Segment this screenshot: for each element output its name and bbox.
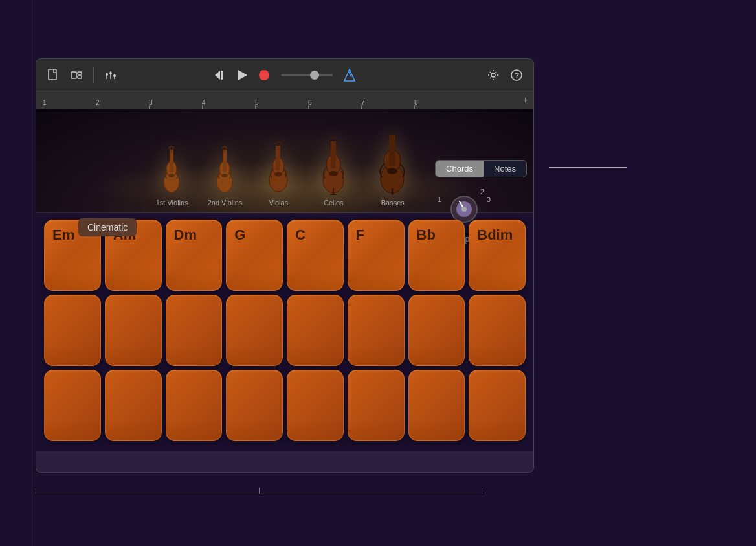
mark-7: 7 xyxy=(361,99,414,106)
svg-marker-10 xyxy=(215,71,220,80)
chord-label-f: F xyxy=(356,227,364,244)
chord-pad-bb[interactable]: Bb xyxy=(408,220,465,291)
svg-rect-37 xyxy=(331,141,336,168)
instrument-violas[interactable]: Violas xyxy=(261,138,295,207)
instrument-cellos[interactable]: Cellos xyxy=(315,133,352,207)
bracket-center-tick xyxy=(259,488,260,494)
chord-pad-r3-8[interactable] xyxy=(469,370,526,441)
chord-pad-r3-6[interactable] xyxy=(348,370,405,441)
tab-chords[interactable]: Chords xyxy=(436,161,484,177)
instrument-label-2nd-violins: 2nd Violins xyxy=(208,199,243,207)
instrument-label-basses: Basses xyxy=(381,199,405,207)
instrument-label-cellos: Cellos xyxy=(324,199,344,207)
toolbar-sep-1 xyxy=(93,67,94,83)
chord-pad-r2-7[interactable] xyxy=(408,295,465,366)
chord-label-dm: Dm xyxy=(174,227,197,244)
metronome-icon[interactable] xyxy=(340,66,359,84)
svg-rect-1 xyxy=(71,72,76,78)
instruments-row: 1st Violins 2nd Violins xyxy=(156,127,414,207)
chord-pad-r3-2[interactable] xyxy=(105,370,162,441)
svg-point-16 xyxy=(491,73,495,77)
chord-pad-bdim[interactable]: Bdim xyxy=(469,220,526,291)
transport-controls xyxy=(211,65,359,85)
svg-rect-27 xyxy=(223,150,227,172)
chord-pad-g[interactable]: G xyxy=(226,220,283,291)
svg-point-28 xyxy=(221,174,228,177)
bracket-area xyxy=(36,475,482,494)
new-file-icon[interactable] xyxy=(44,66,62,84)
record-indicator xyxy=(259,70,269,80)
svg-point-34 xyxy=(274,172,282,177)
autoplay-label-1: 1 xyxy=(438,196,441,203)
autoplay-label-3: 3 xyxy=(487,196,491,203)
instrument-basses[interactable]: Basses xyxy=(372,127,414,207)
chord-pad-r2-2[interactable] xyxy=(105,295,162,366)
grid-icon[interactable] xyxy=(67,66,85,84)
timeline-ruler: 1 2 3 4 5 6 7 8 + xyxy=(36,91,533,109)
volume-slider[interactable] xyxy=(281,74,333,76)
chord-pad-f[interactable]: F xyxy=(348,220,405,291)
svg-point-44 xyxy=(387,168,397,174)
svg-point-8 xyxy=(109,72,112,74)
chord-pad-r2-1[interactable] xyxy=(44,295,101,366)
chord-label-c: C xyxy=(295,227,306,244)
chord-pad-c[interactable]: C xyxy=(287,220,344,291)
chord-label-g: G xyxy=(234,227,245,244)
mark-4: 4 xyxy=(202,99,255,106)
instrument-label-violas: Violas xyxy=(269,199,288,207)
chord-pad-r2-6[interactable] xyxy=(348,295,405,366)
svg-point-50 xyxy=(461,207,467,212)
bracket-left-tick xyxy=(36,488,36,494)
mark-3: 3 xyxy=(149,99,202,106)
chord-pad-r3-1[interactable] xyxy=(44,370,101,441)
chord-row-3 xyxy=(44,370,526,441)
chord-pad-r2-5[interactable] xyxy=(287,295,344,366)
chord-pad-r3-7[interactable] xyxy=(408,370,465,441)
chords-notes-tabs: Chords Notes xyxy=(435,160,527,177)
chord-pad-r3-3[interactable] xyxy=(166,370,223,441)
svg-marker-13 xyxy=(344,69,355,81)
svg-marker-12 xyxy=(238,70,247,80)
svg-rect-33 xyxy=(276,146,280,170)
rewind-button[interactable] xyxy=(211,66,229,84)
chord-pad-r3-5[interactable] xyxy=(287,370,344,441)
svg-point-22 xyxy=(168,174,175,177)
volume-thumb xyxy=(310,71,319,80)
settings-icon[interactable] xyxy=(484,66,502,84)
right-toolbar: ? xyxy=(484,66,526,84)
toolbar: ? xyxy=(36,59,533,91)
bracket-right-tick xyxy=(482,488,482,494)
chord-pad-r3-4[interactable] xyxy=(226,370,283,441)
svg-rect-0 xyxy=(49,69,56,80)
mark-8: 8 xyxy=(414,99,467,106)
svg-text:?: ? xyxy=(515,71,519,80)
chord-pad-r2-8[interactable] xyxy=(469,295,526,366)
svg-point-15 xyxy=(349,71,351,73)
mark-6: 6 xyxy=(308,99,361,106)
instrument-label-1st-violins: 1st Violins xyxy=(156,199,188,207)
chord-pad-dm[interactable]: Dm xyxy=(166,220,223,291)
chord-row-2 xyxy=(44,295,526,366)
play-button[interactable] xyxy=(232,65,252,85)
record-button[interactable] xyxy=(255,66,273,84)
svg-rect-3 xyxy=(78,76,82,78)
chord-label-em: Em xyxy=(52,227,74,244)
chord-pad-r2-3[interactable] xyxy=(166,295,223,366)
help-icon[interactable]: ? xyxy=(507,66,526,84)
autoplay-label-2: 2 xyxy=(480,188,484,196)
instrument-2nd-violins[interactable]: 2nd Violins xyxy=(208,143,243,207)
mark-5: 5 xyxy=(255,99,308,106)
chord-pad-r2-4[interactable] xyxy=(226,295,283,366)
connector-line xyxy=(549,167,627,168)
instrument-1st-violins[interactable]: 1st Violins xyxy=(156,143,188,207)
mark-1: 1 xyxy=(43,99,96,106)
instrument-stage: Cinematic 1st Violins xyxy=(36,109,533,213)
svg-point-38 xyxy=(329,171,338,176)
chord-label-bdim: Bdim xyxy=(477,227,513,244)
svg-point-40 xyxy=(330,194,337,195)
mixer-icon[interactable] xyxy=(102,66,120,84)
tab-notes[interactable]: Notes xyxy=(484,161,526,177)
patch-name-badge: Cinematic xyxy=(78,218,137,236)
timeline-marks: 1 2 3 4 5 6 7 8 xyxy=(36,99,533,106)
add-track-button[interactable]: + xyxy=(523,95,528,105)
